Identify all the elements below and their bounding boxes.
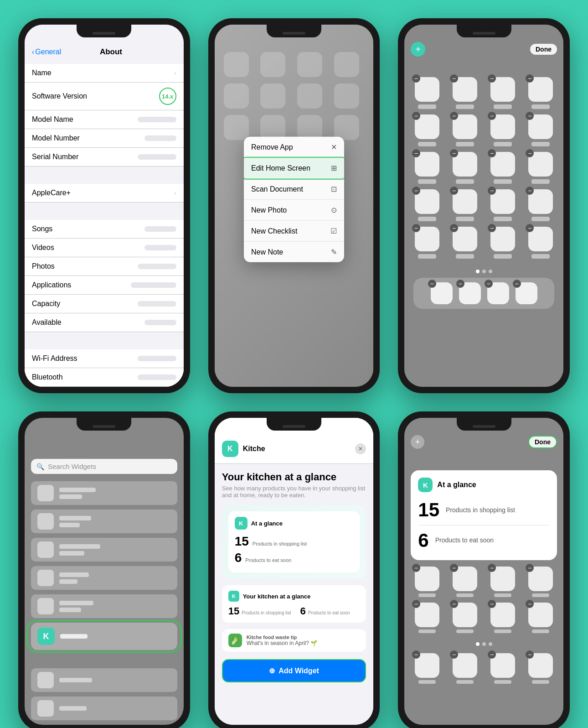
settings-row-bluetooth: Bluetooth — [25, 368, 184, 387]
search-bar[interactable]: 🔍 Search Widgets — [31, 459, 177, 474]
page-dot-1[interactable] — [476, 642, 480, 646]
back-label[interactable]: General — [35, 48, 61, 56]
page-dot-2[interactable] — [482, 642, 486, 646]
widget-list-item[interactable] — [31, 594, 177, 618]
widget-list-item[interactable] — [31, 481, 177, 505]
settings-screen: ‹ General About Name › Software Version … — [25, 25, 184, 387]
page-dot-3[interactable] — [489, 642, 492, 646]
option-stats: 15 Products in shopping list 6 Products … — [228, 605, 360, 617]
section-gap-2 — [25, 203, 184, 216]
edit-icon: ⊞ — [331, 164, 337, 172]
settings-row-name[interactable]: Name › — [25, 64, 184, 83]
add-icon: + — [415, 437, 420, 447]
widget-preview-card[interactable]: K At a glance 15 Products in shopping li… — [222, 505, 366, 579]
settings-row-photos: Photos — [25, 257, 184, 276]
context-menu-screen: Remove App ✕ Edit Home Screen ⊞ Scan Doc… — [215, 25, 374, 387]
app-item — [487, 152, 519, 184]
settings-section-3: Songs Videos Photos Applications Capacit… — [25, 220, 184, 332]
app-item — [525, 227, 557, 259]
page-dot-3[interactable] — [489, 270, 492, 273]
page-dot-2[interactable] — [482, 270, 486, 273]
notch — [457, 25, 511, 37]
dock — [413, 278, 554, 309]
scan-icon: ⊡ — [331, 185, 337, 193]
chevron-right-icon: › — [174, 69, 176, 77]
home-blurred-bg: Remove App ✕ Edit Home Screen ⊞ Scan Doc… — [215, 25, 374, 387]
app-item — [411, 567, 443, 597]
applications-label: Applications — [32, 281, 131, 289]
app-item — [525, 152, 557, 184]
at-a-glance-widget[interactable]: K At a glance 15 Products in shopping li… — [411, 470, 557, 560]
blur-grid — [215, 25, 374, 149]
widget-text — [59, 488, 96, 499]
app-grid — [404, 45, 563, 265]
dock-app — [487, 282, 509, 304]
blur-app — [334, 52, 359, 77]
widget-list-item[interactable] — [31, 566, 177, 590]
settings-row-applecare[interactable]: AppleCare+ › — [25, 184, 184, 203]
close-button[interactable]: ✕ — [355, 443, 366, 454]
blur-app — [334, 83, 359, 109]
app-item — [525, 77, 557, 109]
widget-stat-desc-1: Products in shopping list — [446, 506, 515, 514]
add-icon: + — [415, 44, 421, 55]
home-top-bar: + Done — [404, 432, 563, 452]
widget-list-item[interactable] — [31, 510, 177, 533]
widget-picker-view: K Kitche ✕ Your kitchen at a glance See … — [215, 418, 374, 725]
app-item — [487, 653, 519, 684]
value-bar — [144, 226, 176, 232]
widget-list-item[interactable] — [31, 697, 177, 720]
kitche-widget-item[interactable]: K — [31, 623, 177, 650]
spacer — [25, 655, 184, 668]
option-stat-number-2: 6 — [300, 605, 306, 617]
kitche-logo: K — [37, 628, 55, 645]
value-bar — [144, 320, 176, 325]
notch — [267, 25, 321, 37]
home-app-grid-2 — [404, 650, 563, 688]
food-tip-text: What's in season in April? 🌱 — [247, 640, 317, 646]
app-item — [487, 227, 519, 259]
widget-picker-screen: K Kitche ✕ Your kitchen at a glance See … — [215, 418, 374, 725]
app-item — [525, 114, 557, 146]
done-button[interactable]: Done — [530, 44, 557, 55]
menu-item-remove[interactable]: Remove App ✕ — [244, 137, 344, 158]
app-item — [449, 653, 481, 684]
back-button[interactable]: ‹ General — [32, 48, 61, 56]
page-dots — [404, 642, 563, 646]
menu-item-note[interactable]: New Note ✎ — [244, 242, 344, 262]
picker-subtitle: See how many products you have in your s… — [215, 485, 374, 505]
page-dot-1[interactable] — [476, 270, 480, 273]
text-line — [59, 523, 80, 527]
note-icon: ✎ — [331, 248, 337, 256]
done-label: Done — [535, 438, 551, 446]
kitche-label — [60, 634, 88, 639]
blur-app — [297, 83, 322, 109]
widget-header: K At a glance — [418, 478, 550, 492]
widget-text — [59, 706, 87, 711]
text-line — [59, 608, 81, 612]
menu-item-edit-home[interactable]: Edit Home Screen ⊞ — [244, 158, 344, 179]
menu-item-photo[interactable]: New Photo ⊙ — [244, 200, 344, 221]
app-item — [411, 603, 443, 633]
widget-list-item[interactable] — [31, 668, 177, 692]
blur-app — [260, 83, 285, 109]
widget-option-card-1[interactable]: K Your kitchen at a glance 15 Products i… — [222, 585, 366, 623]
blur-app — [224, 115, 249, 140]
done-button[interactable]: Done — [528, 436, 557, 448]
text-line — [59, 579, 77, 584]
app-item — [449, 227, 481, 259]
value-bar — [144, 135, 176, 141]
widget-search-view: 🔍 Search Widgets — [25, 418, 184, 725]
menu-item-label: Scan Document — [251, 185, 303, 193]
app-item — [487, 603, 519, 633]
add-widget-button[interactable]: ⊕ Add Widget — [222, 659, 366, 682]
menu-item-checklist[interactable]: New Checklist ☑ — [244, 221, 344, 242]
widget-list-item[interactable] — [31, 538, 177, 562]
settings-row-model-number: Model Number — [25, 129, 184, 148]
menu-item-scan[interactable]: Scan Document ⊡ — [244, 179, 344, 200]
add-button[interactable]: + — [411, 42, 425, 57]
widget-list — [25, 481, 184, 618]
context-menu: Remove App ✕ Edit Home Screen ⊞ Scan Doc… — [244, 137, 344, 262]
settings-row-version[interactable]: Software Version 14.x — [25, 83, 184, 110]
add-button[interactable]: + — [411, 435, 424, 449]
